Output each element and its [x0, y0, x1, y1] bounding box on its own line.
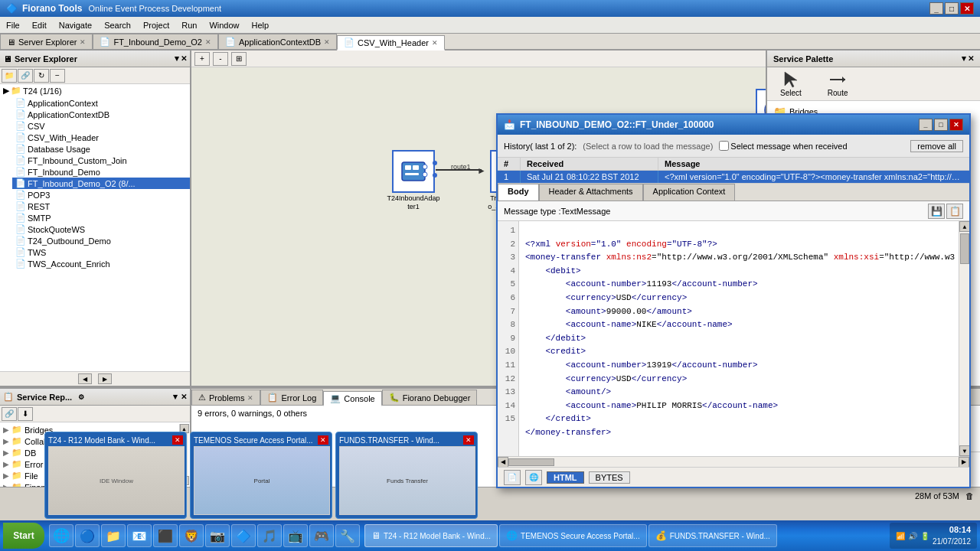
tree-item-csv[interactable]: 📄CSV	[12, 120, 190, 132]
tab-server-explorer[interactable]: 🖥 Server Explorer ✕	[0, 34, 93, 49]
tab-console[interactable]: 💻Console	[323, 391, 381, 406]
sr-btn2[interactable]: ⬇	[18, 407, 33, 421]
table-row-1[interactable]: 1 Sat Jul 21 08:10:22 BST 2012 <?xml ver…	[498, 171, 969, 183]
tab-problems-close[interactable]: ✕	[247, 394, 253, 402]
tree-item-appcontext[interactable]: 📄ApplicationContext	[12, 97, 190, 109]
taskbar-app11[interactable]: 🎮	[309, 524, 334, 547]
se-refresh-btn[interactable]: ↻	[34, 69, 49, 83]
taskbar-ie[interactable]: 🌐	[49, 524, 74, 547]
preview-t24[interactable]: T24 - R12 Model Bank - Wind... ✕ IDE Win…	[44, 432, 187, 519]
sr-btn1[interactable]: 🔗	[2, 407, 17, 421]
preview-close-funds[interactable]: ✕	[463, 435, 474, 445]
tab-appcontext[interactable]: 📄 ApplicationContextDB ✕	[218, 34, 337, 49]
taskbar-email[interactable]: 📧	[127, 524, 152, 547]
save-icon[interactable]: 💾	[928, 204, 945, 219]
tree-item-ftdemo[interactable]: 📄FT_Inbound_Demo	[12, 166, 190, 178]
se-root[interactable]: ▶📁 T24 (1/16)	[0, 84, 190, 97]
menu-project[interactable]: Project	[137, 19, 175, 31]
canvas-zoom-out[interactable]: -	[213, 52, 228, 66]
tree-item-smtp[interactable]: 📄SMTP	[12, 212, 190, 223]
tab-close-ft[interactable]: ✕	[205, 38, 211, 46]
sr-menu[interactable]: ▾	[173, 392, 178, 402]
se-scroll-left[interactable]: ◀	[78, 373, 92, 384]
se-menu-icon[interactable]: ▾	[175, 54, 179, 64]
taskbar-win-temenos[interactable]: 🌐 TEMENOS Secure Access Portal...	[499, 524, 647, 547]
tree-item-csvheader[interactable]: 📄CSV_With_Header	[12, 132, 190, 143]
preview-close-t24[interactable]: ✕	[172, 435, 183, 445]
menu-edit[interactable]: Edit	[26, 19, 53, 31]
vscroll-down[interactable]: ▼	[959, 445, 969, 456]
tab-problems[interactable]: ⚠Problems ✕	[191, 390, 260, 405]
web-icon-btn[interactable]: 🌐	[525, 470, 542, 485]
tab-close-se[interactable]: ✕	[80, 38, 86, 46]
file-icon-btn[interactable]: 📄	[504, 470, 521, 485]
html-btn[interactable]: HTML	[547, 471, 584, 484]
tree-item-twsaccount[interactable]: 📄TWS_Account_Enrich	[12, 258, 190, 269]
menu-file[interactable]: File	[0, 19, 26, 31]
trash-icon[interactable]: 🗑	[965, 491, 974, 500]
taskbar-app9[interactable]: 🎵	[257, 524, 282, 547]
remove-all-btn[interactable]: remove all	[910, 140, 963, 152]
taskbar-terminal[interactable]: ⬛	[153, 524, 178, 547]
taskbar-app10[interactable]: 📺	[283, 524, 308, 547]
preview-temenos[interactable]: TEMENOS Secure Access Portal... ✕ Portal	[190, 432, 332, 519]
menu-help[interactable]: Help	[246, 19, 276, 31]
taskbar-app8[interactable]: 🔷	[231, 524, 256, 547]
clock[interactable]: 08:14 21/07/2012	[933, 524, 971, 546]
sp-route-btn[interactable]: Route	[821, 68, 855, 99]
tree-item-tws[interactable]: 📄TWS	[12, 246, 190, 258]
preview-close-temenos[interactable]: ✕	[318, 435, 328, 445]
node-adapter[interactable]: T24InboundAdapter1	[387, 150, 440, 211]
dialog-close[interactable]: ✕	[949, 119, 963, 131]
se-connect-btn[interactable]: 🔗	[18, 69, 33, 83]
vscroll-up[interactable]: ▲	[959, 221, 969, 232]
preview-funds[interactable]: FUNDS.TRANSFER - Wind... ✕ Funds Transfe…	[335, 432, 478, 519]
bytes-btn[interactable]: BYTES	[589, 471, 630, 484]
menu-search[interactable]: Search	[98, 19, 137, 31]
hscroll-left[interactable]: ◀	[498, 457, 508, 468]
canvas-zoom-in[interactable]: +	[194, 52, 210, 66]
tab-errorlog[interactable]: 📋Error Log	[260, 390, 323, 405]
sp-close[interactable]: ✕	[968, 54, 974, 63]
tab-close-csv[interactable]: ✕	[432, 39, 438, 47]
se-scroll-right[interactable]: ▶	[98, 373, 112, 384]
tree-item-stockquote[interactable]: 📄StockQuoteWS	[12, 223, 190, 235]
start-button[interactable]: Start	[3, 523, 44, 549]
menu-navigate[interactable]: Navigate	[53, 19, 98, 31]
tab-ft-inbound[interactable]: 📄 FT_Inbound_Demo_O2 ✕	[93, 34, 218, 49]
taskbar-chrome[interactable]: 🔵	[75, 524, 100, 547]
tree-item-t24outbound[interactable]: 📄T24_Outbound_Demo	[12, 235, 190, 246]
dialog-tab-appcontext[interactable]: Application Context	[643, 184, 736, 201]
taskbar-app6[interactable]: 🦁	[179, 524, 204, 547]
tree-item-appcontextdb[interactable]: 📄ApplicationContextDB	[12, 109, 190, 120]
tab-debugger[interactable]: 🐛Fiorano Debugger	[382, 390, 478, 405]
taskbar-files[interactable]: 📁	[101, 524, 126, 547]
taskbar-win-funds[interactable]: 💰 FUNDS.TRANSFER - Wind...	[648, 524, 777, 547]
copy-icon[interactable]: 📋	[946, 204, 963, 219]
tree-item-dbusage[interactable]: 📄Database Usage	[12, 143, 190, 155]
dialog-min[interactable]: _	[919, 119, 933, 131]
menu-window[interactable]: Window	[203, 19, 245, 31]
menu-run[interactable]: Run	[175, 19, 203, 31]
taskbar-win-t24[interactable]: 🖥 T24 - R12 Model Bank - Wind...	[364, 524, 498, 547]
tab-close-ac[interactable]: ✕	[324, 38, 330, 46]
se-new-btn[interactable]: 📁	[2, 69, 17, 83]
canvas-fit[interactable]: ⊞	[231, 52, 247, 66]
sp-select-btn[interactable]: Select	[773, 68, 808, 99]
tab-csv[interactable]: 📄 CSV_With_Header ✕	[337, 35, 445, 51]
taskbar-app7[interactable]: 📷	[205, 524, 230, 547]
select-msg-checkbox[interactable]: Select message when received	[719, 141, 847, 151]
dialog-tab-body[interactable]: Body	[498, 184, 539, 201]
tree-item-ftdemo2[interactable]: 📄FT_Inbound_Demo_O2 (8/...	[12, 178, 190, 189]
sr-close[interactable]: ✕	[181, 393, 187, 401]
se-close-icon[interactable]: ✕	[181, 54, 187, 63]
tree-item-ftcustom[interactable]: 📄FT_Inbound_Custom_Join	[12, 155, 190, 166]
dialog-max[interactable]: □	[934, 119, 948, 131]
se-collapse-btn[interactable]: −	[50, 69, 65, 83]
close-btn[interactable]: ✕	[960, 2, 974, 15]
hscroll-right[interactable]: ▶	[959, 457, 969, 468]
taskbar-app12[interactable]: 🔧	[335, 524, 360, 547]
minimize-btn[interactable]: _	[929, 2, 943, 15]
dialog-tab-header[interactable]: Header & Attachments	[539, 184, 643, 201]
tree-item-pop3[interactable]: 📄POP3	[12, 189, 190, 201]
